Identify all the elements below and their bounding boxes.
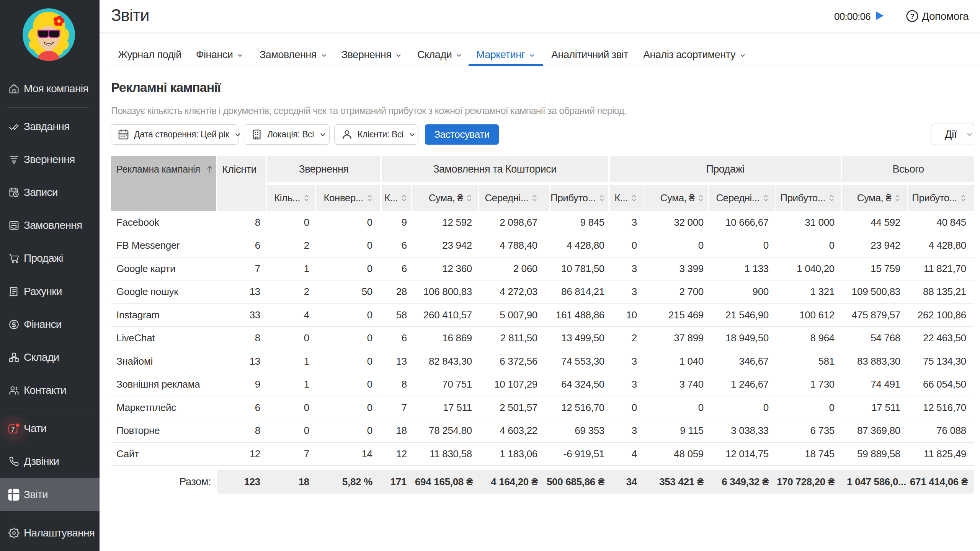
svg-text:7: 7: [11, 425, 15, 433]
svg-text:?: ?: [910, 12, 915, 20]
